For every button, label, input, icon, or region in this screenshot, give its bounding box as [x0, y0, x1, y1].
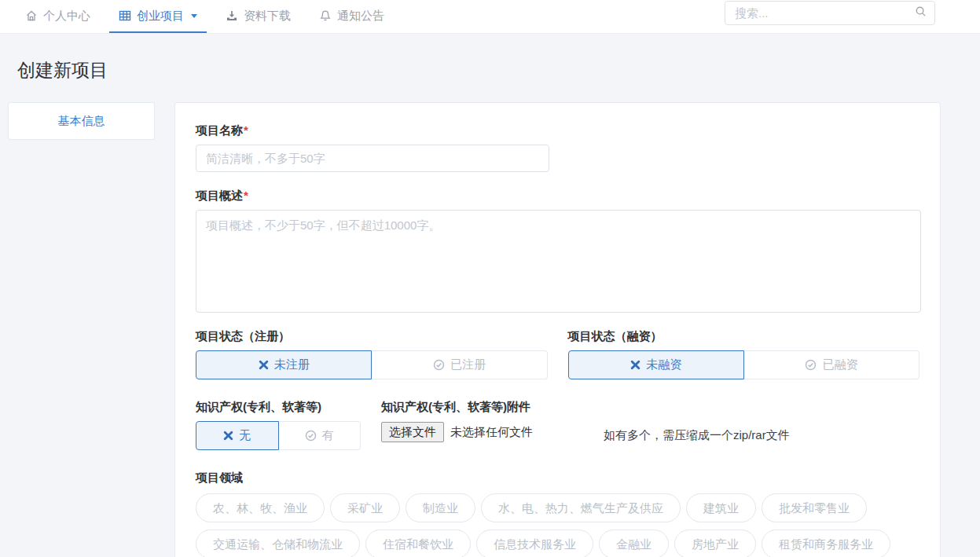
nav-item-label: 资料下载 [244, 9, 291, 24]
nav-item-startup-projects[interactable]: 创业项目 [109, 0, 207, 33]
status-register-label: 项目状态（注册） [196, 329, 548, 344]
status-register-toggle: 未注册 已注册 [196, 350, 548, 379]
ip-toggle: 无 有 [196, 421, 361, 450]
project-name-input[interactable] [196, 145, 549, 172]
top-navbar: 个人中心 创业项目 资料下载 [0, 0, 980, 34]
field-tag[interactable]: 采矿业 [330, 493, 400, 522]
field-tag[interactable]: 农、林、牧、渔业 [196, 493, 325, 522]
nav-item-label: 通知公告 [337, 9, 384, 24]
page-title: 创建新项目 [17, 58, 108, 82]
search-box [725, 1, 935, 25]
project-fields-label: 项目领域 [196, 471, 919, 486]
status-funding-option-funded[interactable]: 已融资 [744, 350, 919, 379]
project-name-label: 项目名称* [196, 123, 919, 138]
ip-option-none[interactable]: 无 [196, 421, 279, 450]
check-circle-icon [433, 359, 445, 371]
ip-option-has[interactable]: 有 [279, 421, 362, 450]
field-tag[interactable]: 批发和零售业 [762, 493, 867, 522]
x-icon [223, 431, 233, 441]
x-icon [259, 360, 269, 370]
search-input[interactable] [735, 6, 915, 20]
project-overview-label: 项目概述* [196, 189, 919, 203]
field-tag[interactable]: 交通运输、仓储和物流业 [196, 530, 360, 557]
ip-attachment-file-input: 选择文件 未选择任何文件 [381, 422, 533, 442]
nav-item-personal-center[interactable]: 个人中心 [16, 0, 100, 33]
create-project-form: 项目名称* 项目概述* 项目状态（注册） 未注册 [174, 102, 941, 557]
field-tag[interactable]: 房地产业 [674, 530, 756, 557]
sidebar-item-basic-info[interactable]: 基本信息 [8, 102, 155, 140]
nav-item-downloads[interactable]: 资料下载 [216, 0, 300, 33]
status-funding-toggle: 未融资 已融资 [568, 350, 920, 379]
field-tag[interactable]: 租赁和商务服务业 [762, 530, 890, 557]
chevron-down-icon [191, 14, 197, 18]
bell-icon [319, 9, 332, 22]
field-tag[interactable]: 水、电、热力、燃气生产及供应 [481, 493, 681, 522]
status-funding-option-unfunded[interactable]: 未融资 [568, 350, 744, 379]
status-register-option-registered[interactable]: 已注册 [372, 350, 547, 379]
nav-item-label: 创业项目 [137, 9, 184, 24]
sidebar-item-label: 基本信息 [58, 114, 105, 129]
ip-label: 知识产权(专利、软著等) [196, 400, 361, 415]
download-icon [226, 9, 238, 22]
field-tag[interactable]: 制造业 [406, 493, 475, 522]
search-icon[interactable] [915, 5, 927, 20]
field-tag[interactable]: 住宿和餐饮业 [365, 530, 471, 557]
attachment-hint: 如有多个，需压缩成一个zip/rar文件 [604, 400, 790, 450]
field-tag[interactable]: 金融业 [599, 530, 669, 557]
choose-file-button[interactable]: 选择文件 [381, 422, 444, 442]
check-circle-icon [305, 430, 317, 442]
required-mark: * [244, 189, 248, 202]
field-tag[interactable]: 信息技术服务业 [476, 530, 593, 557]
nav-item-notifications[interactable]: 通知公告 [310, 0, 394, 33]
project-overview-textarea[interactable] [196, 210, 921, 313]
project-field-tags: 农、林、牧、渔业 采矿业 制造业 水、电、热力、燃气生产及供应 建筑业 批发和零… [196, 493, 921, 557]
table-icon [119, 9, 131, 22]
ip-attachment-label: 知识产权(专利、软著等)附件 [381, 400, 533, 415]
nav-item-label: 个人中心 [43, 9, 90, 24]
check-circle-icon [805, 359, 817, 371]
x-icon [630, 360, 640, 370]
status-register-option-unregistered[interactable]: 未注册 [196, 350, 372, 379]
home-icon [25, 9, 38, 22]
field-tag[interactable]: 建筑业 [686, 493, 756, 522]
required-mark: * [244, 123, 248, 137]
file-status-text: 未选择任何文件 [450, 425, 533, 440]
status-funding-label: 项目状态（融资） [568, 329, 920, 344]
